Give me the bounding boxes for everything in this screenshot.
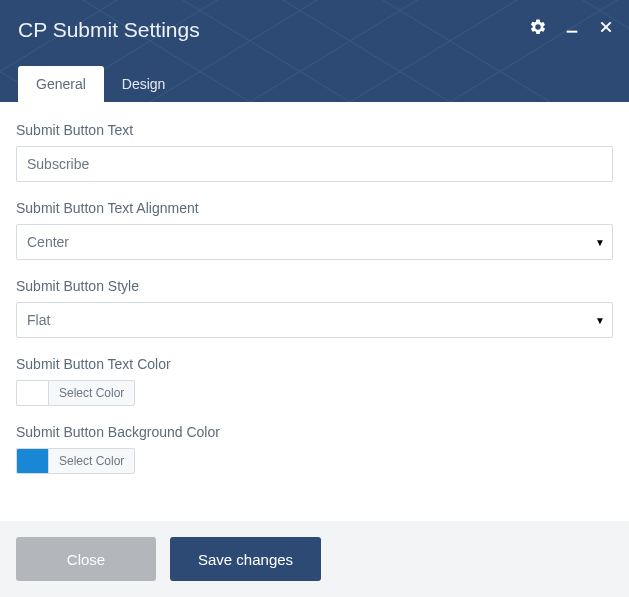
dialog-title: CP Submit Settings [18, 18, 200, 42]
select-submit-style[interactable]: Flat [16, 302, 613, 338]
label-submit-button-text: Submit Button Text [16, 122, 613, 138]
label-bg-color: Submit Button Background Color [16, 424, 613, 440]
tab-design[interactable]: Design [104, 66, 184, 102]
label-submit-style: Submit Button Style [16, 278, 613, 294]
minimize-icon[interactable] [563, 18, 581, 36]
select-color-button-bg[interactable]: Select Color [48, 448, 135, 474]
label-text-color: Submit Button Text Color [16, 356, 613, 372]
close-icon[interactable] [597, 18, 615, 36]
field-submit-style: Submit Button Style Flat ▼ [16, 278, 613, 338]
field-submit-alignment: Submit Button Text Alignment Center ▼ [16, 200, 613, 260]
select-submit-alignment-value: Center [27, 234, 69, 250]
field-submit-button-text: Submit Button Text [16, 122, 613, 182]
swatch-text-color[interactable] [16, 380, 48, 406]
tabs: General Design [18, 66, 183, 102]
tab-general[interactable]: General [18, 66, 104, 102]
header-controls [529, 18, 615, 36]
swatch-bg-color[interactable] [16, 448, 48, 474]
close-button[interactable]: Close [16, 537, 156, 581]
field-text-color: Submit Button Text Color Select Color [16, 356, 613, 406]
field-bg-color: Submit Button Background Color Select Co… [16, 424, 613, 474]
label-submit-alignment: Submit Button Text Alignment [16, 200, 613, 216]
save-changes-button[interactable]: Save changes [170, 537, 321, 581]
dialog-footer: Close Save changes [0, 521, 629, 597]
select-color-button-text[interactable]: Select Color [48, 380, 135, 406]
select-submit-alignment[interactable]: Center [16, 224, 613, 260]
input-submit-button-text[interactable] [16, 146, 613, 182]
dialog-header: CP Submit Settings General Design [0, 0, 629, 102]
dialog-body: Submit Button Text Submit Button Text Al… [0, 102, 629, 502]
settings-gear-icon[interactable] [529, 18, 547, 36]
select-submit-style-value: Flat [27, 312, 50, 328]
